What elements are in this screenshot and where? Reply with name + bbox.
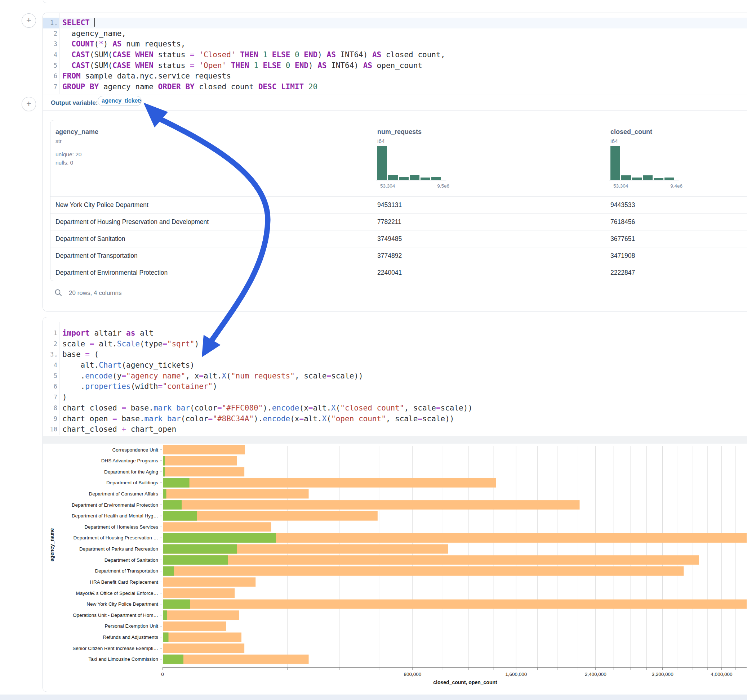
code-line[interactable]: 6FROM sample_data.nyc.service_requests xyxy=(43,71,747,82)
code-line[interactable]: 4 alt.Chart(agency_tickets) xyxy=(43,360,747,371)
bar-open[interactable] xyxy=(163,500,181,510)
chevron-down-icon[interactable]: ⌄ xyxy=(54,21,57,26)
table-row[interactable]: Department of Housing Preservation and D… xyxy=(50,213,747,231)
column-histogram[interactable]: 53,3049.5e6 xyxy=(377,151,443,185)
y-axis-label: Department of Transportation xyxy=(95,568,158,573)
add-cell-button[interactable]: + xyxy=(22,13,36,28)
x-axis-label: 0 xyxy=(161,671,164,677)
bar-closed[interactable] xyxy=(163,555,699,564)
code-line[interactable]: 1⌄SELECT xyxy=(43,18,747,29)
bar-closed[interactable] xyxy=(163,622,226,631)
y-axis-label: Refunds and Adjustments xyxy=(103,634,158,640)
line-number: 7 xyxy=(43,392,57,403)
bar-closed[interactable] xyxy=(163,489,309,498)
table-cell: 3774892 xyxy=(377,247,402,264)
histogram-bar xyxy=(621,175,631,180)
bar-closed[interactable] xyxy=(163,633,242,642)
python-code-editor[interactable]: 1import altair as alt2scale = alt.Scale(… xyxy=(43,328,747,435)
search-icon[interactable] xyxy=(54,289,62,297)
bar-closed[interactable] xyxy=(163,467,244,477)
sql-cell: 1⌄SELECT 2 agency_name,3 COUNT(*) AS num… xyxy=(42,13,747,311)
histogram-bar xyxy=(664,178,674,180)
bar-closed[interactable] xyxy=(163,478,496,487)
y-axis-label: Department of Parks and Recreation xyxy=(79,546,158,552)
bar-open[interactable] xyxy=(163,566,174,576)
gutter-divider xyxy=(59,13,59,94)
code-line[interactable]: 7GROUP BY agency_name ORDER BY closed_co… xyxy=(43,82,747,92)
line-number: 3⌄ xyxy=(43,349,57,360)
bar-open[interactable] xyxy=(163,610,167,620)
code-text: chart_closed + chart_open xyxy=(62,424,176,435)
output-separator xyxy=(43,436,747,444)
line-number: 4 xyxy=(43,50,57,60)
bar-open[interactable] xyxy=(163,456,165,466)
add-cell-button[interactable]: + xyxy=(22,97,36,111)
column-histogram[interactable]: 53,3049.4e6 xyxy=(611,151,676,185)
bar-closed[interactable] xyxy=(163,456,237,466)
column-header[interactable]: agency_name xyxy=(56,128,98,136)
bar-closed[interactable] xyxy=(163,610,239,620)
bar-closed[interactable] xyxy=(163,445,245,454)
code-line[interactable]: 4 CAST(SUM(CASE WHEN status = 'Closed' T… xyxy=(43,50,747,60)
table-cell: 7782211 xyxy=(377,214,401,231)
bar-closed[interactable] xyxy=(163,522,271,531)
bar-closed[interactable] xyxy=(163,588,234,598)
line-number: 2 xyxy=(43,29,57,39)
table-row[interactable]: New York City Police Department945313194… xyxy=(50,196,747,214)
bar-open[interactable] xyxy=(163,655,183,664)
code-text: COUNT(*) AS num_requests, xyxy=(62,39,185,50)
bar-open[interactable] xyxy=(163,545,237,554)
bar-open[interactable] xyxy=(163,633,169,642)
column-stat: nulls: 0 xyxy=(56,160,73,166)
code-line[interactable]: 6 .properties(width="container") xyxy=(43,381,747,392)
results-table: agency_namestrunique: 20nulls: 0num_requ… xyxy=(50,120,747,281)
line-number: 3 xyxy=(43,39,57,50)
bar-closed[interactable] xyxy=(163,577,256,587)
bar-open[interactable] xyxy=(163,533,276,543)
code-line[interactable]: 1import altair as alt xyxy=(43,328,747,339)
bar-closed[interactable] xyxy=(163,599,747,609)
y-axis-label: Department of Sanitation xyxy=(104,557,158,563)
table-cell: Department of Housing Preservation and D… xyxy=(56,214,209,231)
column-type: i64 xyxy=(611,138,618,144)
table-row[interactable]: Department of Transportation377489234719… xyxy=(50,247,747,264)
code-text: alt.Chart(agency_tickets) xyxy=(62,360,195,371)
column-header[interactable]: num_requests xyxy=(377,128,422,136)
column-header[interactable]: closed_count xyxy=(611,128,652,136)
bar-open[interactable] xyxy=(163,599,190,609)
table-cell: 3749485 xyxy=(377,231,402,247)
code-line[interactable]: 7) xyxy=(43,392,747,403)
output-variable-badge[interactable]: agency_tickets xyxy=(98,96,142,106)
table-row[interactable]: Department of Environmental Protection22… xyxy=(50,264,747,281)
code-line[interactable]: 2 agency_name, xyxy=(43,29,747,39)
code-line[interactable]: 5 .encode(y="agency_name", x=alt.X("num_… xyxy=(43,371,747,382)
code-line[interactable]: 3⌄base = ( xyxy=(43,349,747,360)
y-axis-label: Mayorâ€ s Office of Special Enforce… xyxy=(76,591,158,596)
table-row[interactable]: Department of Sanitation37494853677651 xyxy=(50,230,747,247)
sql-code-editor[interactable]: 1⌄SELECT 2 agency_name,3 COUNT(*) AS num… xyxy=(43,18,747,92)
y-axis-label: Department of Housing Preservation … xyxy=(73,535,158,540)
bar-open[interactable] xyxy=(163,511,197,520)
code-line[interactable]: 9chart_open = base.mark_bar(color="#8BC3… xyxy=(43,414,747,424)
code-text: agency_name, xyxy=(62,29,126,39)
code-line[interactable]: 3 COUNT(*) AS num_requests, xyxy=(43,39,747,50)
bar-closed[interactable] xyxy=(163,655,309,664)
bar-closed[interactable] xyxy=(163,500,580,510)
code-line[interactable]: 10chart_closed + chart_open xyxy=(43,424,747,435)
code-text: base = ( xyxy=(62,349,99,360)
bar-closed[interactable] xyxy=(163,566,683,576)
bar-open[interactable] xyxy=(163,478,189,487)
y-axis-label: HRA Benefit Card Replacement xyxy=(90,579,158,585)
code-line[interactable]: 5 CAST(SUM(CASE WHEN status = 'Open' THE… xyxy=(43,60,747,71)
y-axis-label: Taxi and Limousine Commission xyxy=(88,656,158,662)
code-text: ) xyxy=(62,392,67,403)
code-line[interactable]: 8chart_closed = base.mark_bar(color="#FF… xyxy=(43,403,747,414)
bar-open[interactable] xyxy=(163,467,165,477)
code-line[interactable]: 2scale = alt.Scale(type="sqrt") xyxy=(43,339,747,350)
chevron-down-icon[interactable]: ⌄ xyxy=(54,352,57,358)
bar-open[interactable] xyxy=(163,555,228,564)
table-cell: 9453131 xyxy=(377,197,402,214)
bar-closed[interactable] xyxy=(163,643,244,653)
table-cell: Department of Environmental Protection xyxy=(56,264,168,281)
bar-open[interactable] xyxy=(163,489,166,498)
